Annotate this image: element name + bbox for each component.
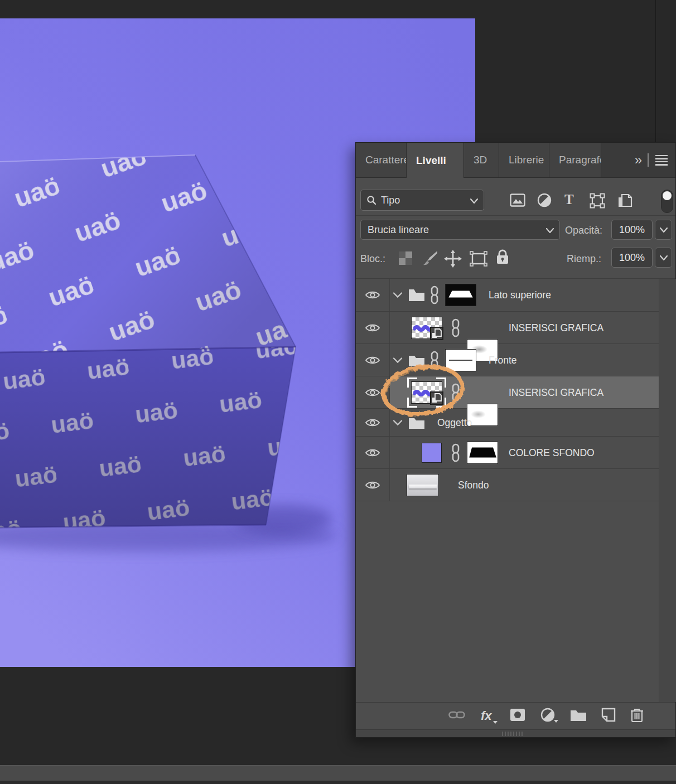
mask-link-icon[interactable] (451, 318, 461, 337)
grip-dots (502, 732, 523, 736)
panel-scroll-track[interactable] (659, 279, 676, 702)
group-folder-icon (408, 288, 425, 302)
graphic-preview (413, 389, 432, 397)
layer-list: Lato superiore (356, 279, 659, 501)
layer-row-oggetto[interactable]: Oggetto (356, 409, 659, 437)
selection-bracket (436, 378, 446, 388)
header-divider (356, 215, 675, 216)
filter-adjustment-layers-icon[interactable] (537, 193, 552, 210)
layers-panel-toolbar: fx (356, 702, 675, 729)
group-expand-chevron-icon[interactable] (393, 419, 403, 425)
tab-paragrafo[interactable]: Paragrafo (549, 143, 601, 177)
opacity-dropdown-button[interactable] (655, 220, 672, 240)
lock-position-icon[interactable] (444, 250, 462, 270)
layer-name: INSERISCI GRAFICA (509, 322, 603, 333)
layer-name: COLORE SFONDO (509, 447, 595, 458)
group-expand-chevron-icon[interactable] (393, 292, 403, 298)
smart-object-thumbnail[interactable] (411, 317, 442, 339)
mask-link-icon[interactable] (451, 443, 461, 462)
filter-pixel-layers-icon[interactable] (510, 193, 525, 210)
tab-carattere[interactable]: Carattere (356, 143, 407, 177)
group-expand-chevron-icon[interactable] (393, 357, 403, 363)
mask-link-icon[interactable] (429, 285, 440, 304)
new-layer-icon[interactable] (601, 708, 616, 724)
visibility-eye-icon[interactable] (365, 418, 380, 428)
add-adjustment-layer-icon[interactable] (540, 708, 555, 724)
filter-toggle-switch[interactable] (661, 190, 673, 213)
layer-row-lato-superiore[interactable]: Lato superiore (356, 279, 659, 312)
photoshop-workspace: { "canvas": { "pattern_text": "uaö", "ba… (0, 0, 676, 784)
layer-row-inserisci-grafica-top[interactable]: INSERISCI GRAFICA (356, 312, 659, 344)
filter-type-label: Tipo (381, 195, 400, 206)
opacity-value-field[interactable]: 100% (611, 220, 653, 240)
group-folder-icon (408, 416, 425, 429)
visibility-eye-icon[interactable] (365, 480, 380, 490)
layer-style-fx-icon[interactable]: fx (481, 710, 492, 722)
layer-row-sfondo[interactable]: Sfondo (356, 469, 659, 501)
smart-object-badge-icon (430, 327, 443, 340)
filter-smart-objects-icon[interactable] (617, 192, 634, 211)
layer-mask-thumbnail[interactable] (445, 349, 476, 371)
lock-label: Bloc.: (360, 253, 385, 265)
expand-panel-icon[interactable]: » (635, 153, 641, 167)
lock-image-pixels-icon[interactable] (422, 250, 440, 269)
layer-mask-thumbnail[interactable] (467, 442, 498, 464)
selection-bracket (436, 398, 446, 408)
layer-row-colore-sfondo[interactable]: COLORE SFONDO (356, 437, 659, 469)
visibility-eye-icon[interactable] (365, 388, 380, 398)
tab-livelli[interactable]: Livelli (407, 143, 464, 178)
tab-label: Carattere (365, 154, 407, 166)
fill-color-thumbnail[interactable] (422, 443, 442, 463)
layer-name: INSERISCI GRAFICA (509, 386, 603, 398)
panel-tab-bar: Carattere Livelli 3D Librerie Paragrafo … (356, 143, 675, 178)
chevron-down-icon (546, 224, 554, 236)
chevron-down-icon (660, 255, 668, 260)
background-layer-thumbnail[interactable] (407, 474, 439, 496)
add-layer-mask-icon[interactable] (510, 708, 525, 724)
layer-row-fronte[interactable]: Fronte (356, 344, 659, 376)
mask-link-icon[interactable] (429, 351, 440, 370)
delete-layer-trash-icon[interactable] (630, 707, 644, 725)
link-layers-icon[interactable] (448, 710, 465, 722)
smart-object-thumbnail[interactable] (411, 381, 442, 404)
selection-bracket (407, 398, 417, 408)
panel-resize-grip[interactable] (356, 729, 675, 737)
visibility-eye-icon[interactable] (365, 323, 380, 333)
layer-mask-thumbnail[interactable] (445, 284, 476, 306)
lock-transparency-icon[interactable] (398, 251, 413, 268)
tab-label: Livelli (416, 154, 446, 167)
chevron-down-icon (470, 195, 478, 206)
layer-name: Fronte (489, 354, 517, 366)
tab-3d[interactable]: 3D (464, 143, 499, 177)
filter-shape-layers-icon[interactable] (589, 192, 606, 211)
fill-label: Riemp.: (567, 253, 601, 265)
layer-row-inserisci-grafica-front[interactable]: INSERISCI GRAFICA (356, 376, 659, 409)
layers-panel: Carattere Livelli 3D Librerie Paragrafo … (355, 142, 676, 738)
visibility-eye-icon[interactable] (365, 290, 380, 300)
tab-librerie[interactable]: Librerie (499, 143, 549, 177)
new-group-icon[interactable] (570, 708, 587, 724)
filter-type-layers-icon[interactable]: T (564, 192, 574, 207)
fill-value-field[interactable]: 100% (611, 248, 653, 268)
tab-label: Paragrafo (559, 154, 601, 166)
fill-dropdown-button[interactable] (655, 248, 672, 268)
tab-label: 3D (474, 154, 487, 166)
layer-name: Oggetto (437, 417, 472, 428)
opacity-value: 100% (619, 224, 645, 236)
box-front-face (0, 347, 296, 527)
fx-menu-arrow-icon (493, 721, 498, 724)
window-edge (0, 781, 676, 784)
blend-mode-dropdown[interactable]: Brucia lineare (360, 220, 560, 240)
fx-label: fx (481, 709, 492, 723)
layer-filter-type-dropdown[interactable]: Tipo (360, 190, 484, 211)
opacity-label: Opacità: (565, 225, 602, 236)
selection-bracket (407, 378, 417, 388)
lock-all-icon[interactable] (495, 249, 510, 268)
mask-link-icon[interactable] (451, 383, 461, 402)
status-bar (0, 765, 676, 781)
visibility-eye-icon[interactable] (365, 448, 380, 458)
panel-menu-icon[interactable] (655, 155, 668, 166)
visibility-eye-icon[interactable] (365, 355, 380, 365)
tab-separator (648, 153, 649, 167)
lock-artboard-icon[interactable] (470, 251, 487, 269)
